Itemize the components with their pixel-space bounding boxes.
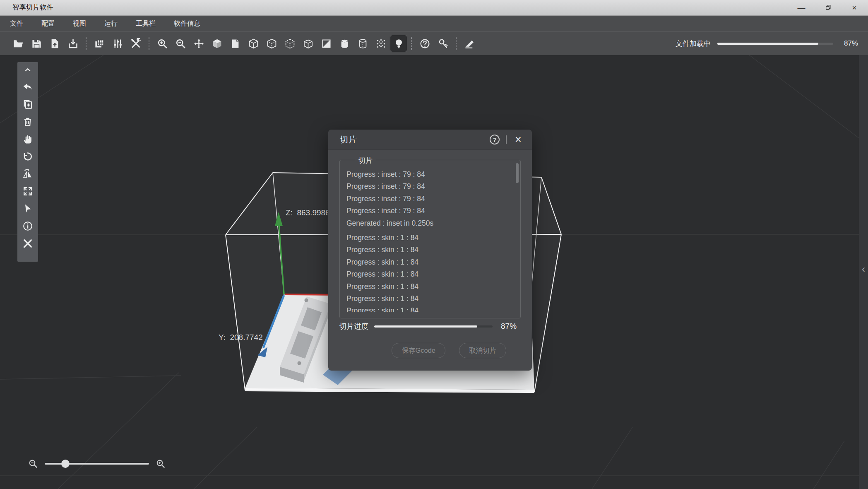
open-file-button[interactable] [9,35,27,52]
chevron-up-icon [23,66,32,73]
slice-progress-label: 切片进度 [339,321,368,331]
collapse-sidebar-button[interactable] [22,64,34,75]
menu-file[interactable]: 文件 [10,19,23,28]
rotate-ccw-icon [22,151,33,162]
mirror-flip-icon [22,169,33,179]
sliders-icon [112,38,123,49]
select-button[interactable] [22,203,34,214]
slice-progress-fill [374,325,477,328]
view-surface-button[interactable] [226,35,244,52]
import-file-icon [49,38,60,49]
import-button[interactable] [46,35,64,52]
minimize-button[interactable]: — [795,2,808,14]
zoom-out-magnifier-icon[interactable] [28,459,38,469]
restore-button[interactable] [822,2,834,14]
duplicate-button[interactable] [22,99,34,110]
hidden-edges-cube-icon [266,38,277,49]
view-cylinder-button[interactable] [335,35,353,52]
view-dashed-button[interactable] [281,35,299,52]
layout-copy-icon [94,38,105,49]
wireframe-cube-icon [248,38,259,49]
dialog-help-button[interactable]: ? [490,135,500,145]
mirror-button[interactable] [22,169,34,179]
light-toggle-button[interactable] [390,35,407,52]
key-icon [438,38,449,49]
zoom-out-button[interactable] [171,35,190,52]
zoom-slider-knob[interactable] [61,460,70,468]
close-button[interactable]: × [848,2,861,14]
log-scrollbar-thumb[interactable] [516,163,519,183]
help-button[interactable] [416,35,434,52]
close-icon: × [852,3,856,12]
view-points-button[interactable] [372,35,390,52]
view-cylinder-wire-button[interactable] [353,35,372,52]
cancel-slice-button[interactable]: 取消切片 [459,343,506,358]
log-line: Progress : inset : 79 : 84 [346,181,512,193]
y-axis-label: Y: 208.7742 [219,333,263,342]
zoom-in-icon [157,38,168,49]
open-folder-icon [13,38,24,49]
move-button[interactable] [190,35,208,52]
pan-button[interactable] [22,134,34,145]
dashed-cube-icon [284,38,296,49]
view-split-button[interactable] [317,35,335,52]
slice-dialog-header[interactable]: 切片 ? × [328,130,532,150]
log-line: Progress : skin : 1 : 84 [346,244,512,256]
cylinder-wireframe-icon [357,38,368,49]
zoom-in-button[interactable] [153,35,171,52]
move-arrows-icon [193,38,204,49]
menu-view[interactable]: 视图 [73,19,86,28]
repair-button[interactable] [22,238,34,249]
tools-button[interactable] [127,35,145,52]
undo-button[interactable] [22,82,34,92]
view-open-box-button[interactable] [299,35,317,52]
license-key-button[interactable] [434,35,452,52]
slice-progress-bar [374,325,493,328]
side-toolbar [17,62,38,262]
export-button[interactable] [64,35,82,52]
rotate-button[interactable] [22,151,34,162]
slice-button[interactable] [460,35,478,52]
view-wireframe-button[interactable] [244,35,262,52]
diagonal-split-icon [321,38,332,49]
open-box-icon [303,38,314,49]
menu-toolbar[interactable]: 工具栏 [136,19,156,28]
layout-copy-button[interactable] [90,35,108,52]
loading-percent: 87% [840,39,858,48]
settings-sliders-button[interactable] [108,35,127,52]
groupbox-legend: 切片 [355,156,376,165]
window-title: 智享切片软件 [12,3,53,12]
model-info-button[interactable] [22,221,34,231]
zoom-slider-track[interactable] [45,463,149,465]
save-button[interactable] [27,35,46,52]
menu-config[interactable]: 配置 [41,19,55,28]
dialog-close-button[interactable]: × [513,134,524,145]
menu-bar: 文件 配置 视图 运行 工具栏 软件信息 [0,16,868,31]
hand-pan-icon [22,134,33,145]
log-line: Progress : inset : 79 : 84 [346,193,512,205]
loading-progress-fill [717,43,818,45]
z-axis-label: Z: 863.9986 [286,208,330,217]
log-line: Generated : inset in 0.250s [346,217,512,229]
export-download-icon [67,38,79,49]
loading-progress-bar [717,43,833,45]
slice-log-list[interactable]: Progress : inset : 79 : 84 Progress : in… [346,169,512,312]
log-line: Progress : skin : 1 : 84 [346,305,512,312]
delete-button[interactable] [22,116,34,127]
minimize-icon: — [798,3,805,12]
scale-button[interactable] [22,186,34,197]
view-hidden-edges-button[interactable] [262,35,281,52]
view-solid-button[interactable] [208,35,226,52]
menu-run[interactable]: 运行 [104,19,118,28]
right-panel-collapse-chevron[interactable]: ‹ [859,264,868,274]
menu-software-info[interactable]: 软件信息 [174,19,200,28]
toolbar-separator [145,35,153,52]
slice-dialog: 切片 ? × 切片 Progress : inset : 79 : 84 Pro… [328,130,532,371]
toolbar-separator [452,35,460,52]
log-line: Progress : inset : 79 : 84 [346,205,512,217]
loading-label: 文件加载中 [676,39,711,48]
save-gcode-button[interactable]: 保存Gcode [392,343,445,358]
cursor-pointer-icon [22,203,33,214]
dialog-title: 切片 [340,134,357,145]
zoom-in-magnifier-icon[interactable] [156,459,166,469]
